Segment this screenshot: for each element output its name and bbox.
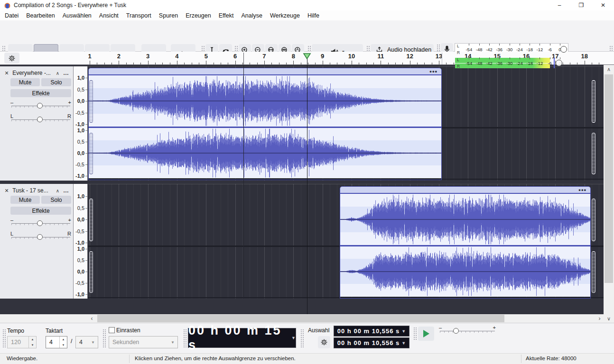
channel-scale-handle[interactable] bbox=[89, 133, 93, 174]
scroll-left-arrow[interactable]: ‹ bbox=[88, 314, 96, 323]
clip-header[interactable]: ••• bbox=[340, 187, 590, 194]
track-menu-button[interactable]: … bbox=[63, 70, 69, 76]
gain-slider-thumb[interactable] bbox=[37, 220, 43, 226]
tempo-spinner[interactable]: ▲▼ bbox=[28, 337, 36, 348]
channel-scale-handle[interactable] bbox=[89, 80, 93, 123]
timesig-spinner[interactable]: ▲▼ bbox=[59, 337, 67, 348]
solo-button[interactable]: Solo bbox=[41, 196, 71, 204]
clip-tusk[interactable]: ••• bbox=[340, 186, 591, 299]
effects-button[interactable]: Effekte bbox=[10, 89, 71, 97]
track-title[interactable]: Tusk - 17 se... bbox=[12, 187, 48, 194]
clip-everywhere[interactable]: ••• bbox=[88, 68, 442, 180]
time-display-caret-icon[interactable]: ▼ bbox=[401, 341, 406, 346]
effects-button[interactable]: Effekte bbox=[10, 207, 71, 215]
waveform-canvas[interactable] bbox=[89, 128, 441, 178]
snap-mode-select[interactable]: Sekunden ▼ bbox=[109, 336, 178, 348]
minimize-button[interactable]: – bbox=[549, 0, 570, 10]
selection-options-button[interactable] bbox=[318, 336, 330, 348]
mute-button[interactable]: Mute bbox=[10, 196, 40, 204]
menu-analyse[interactable]: Analyse bbox=[237, 11, 266, 20]
selection-end-display[interactable]: 00 h 00 m 10,556 s ▼ bbox=[334, 337, 409, 348]
gain-slider-thumb[interactable] bbox=[37, 103, 43, 109]
track-menu-button[interactable]: … bbox=[63, 187, 69, 194]
playback-speed-slider[interactable]: – + bbox=[439, 325, 496, 335]
pan-slider[interactable]: L R bbox=[10, 231, 71, 241]
scroll-right-arrow[interactable]: › bbox=[595, 314, 604, 323]
channel-scale-handle[interactable] bbox=[89, 199, 93, 241]
clip-menu-icon[interactable]: ••• bbox=[578, 187, 586, 193]
clip-menu-icon[interactable]: ••• bbox=[429, 68, 437, 75]
track-tusk-panel[interactable]: × Tusk - 17 se... ∧ … Mute Solo Effekte … bbox=[0, 184, 74, 299]
speed-slider-thumb[interactable] bbox=[453, 328, 459, 334]
timeline-options-button[interactable] bbox=[4, 53, 19, 64]
playhead-triangle-icon[interactable] bbox=[303, 53, 311, 60]
track-tusk-vertical-ruler[interactable]: 1,00,50,0-0,5-1,01,00,50,0-0,5-1,0 bbox=[74, 184, 88, 299]
time-toolbar-grip[interactable] bbox=[2, 329, 6, 348]
track-everywhere-panel[interactable]: × Everywhere -... ∧ … Mute Solo Effekte … bbox=[0, 66, 74, 181]
audio-position-display[interactable]: 00 h 00 m 15 s ▼ bbox=[188, 328, 296, 348]
channel-scale-handle[interactable] bbox=[592, 80, 595, 123]
snap-checkbox[interactable] bbox=[109, 327, 115, 333]
waveform-canvas[interactable] bbox=[340, 246, 590, 297]
time-display-grip[interactable] bbox=[183, 329, 186, 348]
menu-transport[interactable]: Transport bbox=[122, 11, 155, 20]
timesig-upper-spinbox[interactable]: 4 ▲▼ bbox=[46, 336, 67, 348]
channel-scale-handle[interactable] bbox=[592, 251, 595, 293]
menu-hilfe[interactable]: Hilfe bbox=[304, 11, 323, 20]
vertical-scrollbar[interactable]: ∧ ∨ bbox=[604, 65, 614, 323]
timesig-lower-select[interactable]: 4 ▼ bbox=[75, 336, 98, 348]
menu-effekt[interactable]: Effekt bbox=[215, 11, 238, 20]
mute-button[interactable]: Mute bbox=[10, 78, 40, 86]
track-title[interactable]: Everywhere -... bbox=[12, 70, 51, 76]
horizontal-scrollbar-thumb[interactable] bbox=[97, 315, 504, 322]
snap-toolbar-grip[interactable] bbox=[102, 329, 106, 348]
close-button[interactable]: ✕ bbox=[592, 0, 614, 10]
time-display-caret-icon[interactable]: ▼ bbox=[401, 329, 406, 334]
track-everywhere-vertical-ruler[interactable]: 1,00,50,0-0,5-1,01,00,50,0-0,5-1,0 bbox=[74, 66, 88, 181]
record-meter[interactable]: LR -54-48-42-36-30-24-18-12-60 bbox=[455, 43, 568, 55]
tempo-spinbox[interactable]: 120 ▲▼ bbox=[7, 336, 37, 348]
menu-bearbeiten[interactable]: Bearbeiten bbox=[22, 11, 58, 20]
track-collapse-button[interactable]: ∧ bbox=[56, 188, 59, 193]
scroll-up-arrow[interactable]: ∧ bbox=[604, 65, 614, 73]
gain-slider[interactable]: – + bbox=[10, 100, 71, 110]
gain-slider[interactable]: – + bbox=[10, 217, 71, 228]
track-close-button[interactable]: × bbox=[5, 70, 9, 76]
menu-ansicht[interactable]: Ansicht bbox=[95, 11, 122, 20]
solo-button[interactable]: Solo bbox=[41, 78, 71, 86]
track-tusk-content[interactable]: ••• bbox=[88, 184, 604, 299]
menu-spuren[interactable]: Spuren bbox=[155, 11, 182, 20]
speed-max-label: + bbox=[493, 325, 496, 330]
track-everywhere-content[interactable]: ••• bbox=[88, 66, 604, 181]
track-close-button[interactable]: × bbox=[5, 188, 9, 193]
ruler-bar-number: 4 bbox=[175, 53, 178, 60]
selection-toolbar-grip[interactable] bbox=[300, 329, 304, 348]
selection-start-display[interactable]: 00 h 00 m 10,556 s ▼ bbox=[334, 326, 409, 337]
pan-slider-thumb[interactable] bbox=[37, 117, 43, 122]
channel-scale-handle[interactable] bbox=[592, 199, 595, 241]
menu-auswählen[interactable]: Auswählen bbox=[59, 11, 95, 20]
maximize-button[interactable]: ❐ bbox=[570, 0, 592, 10]
amplitude-scale-tick bbox=[85, 176, 87, 176]
horizontal-scrollbar[interactable]: ‹ › bbox=[88, 314, 604, 323]
menu-bar: DateiBearbeitenAuswählenAnsichtTransport… bbox=[0, 10, 614, 20]
menu-datei[interactable]: Datei bbox=[1, 11, 22, 20]
vertical-scrollbar-thumb[interactable] bbox=[605, 74, 613, 283]
menu-erzeugen[interactable]: Erzeugen bbox=[182, 11, 215, 20]
time-display-caret-icon[interactable]: ▼ bbox=[291, 336, 296, 340]
scroll-down-arrow[interactable]: ∨ bbox=[604, 314, 614, 323]
waveform-canvas[interactable] bbox=[340, 194, 590, 245]
meter-scale-label: -54 bbox=[465, 61, 472, 66]
channel-scale-handle[interactable] bbox=[89, 251, 93, 293]
track-collapse-button[interactable]: ∧ bbox=[56, 71, 59, 76]
play-at-speed-grip[interactable] bbox=[413, 327, 417, 340]
play-at-speed-button[interactable] bbox=[418, 327, 434, 341]
clip-header[interactable]: ••• bbox=[89, 68, 441, 75]
menu-werkzeuge[interactable]: Werkzeuge bbox=[266, 11, 304, 20]
ruler-tick bbox=[301, 63, 301, 64]
pan-slider[interactable]: L R bbox=[10, 113, 71, 124]
waveform-canvas[interactable] bbox=[89, 75, 441, 127]
playback-meter[interactable]: LR -54-48-42-36-30-24-18-12-60 bbox=[455, 57, 568, 69]
channel-scale-handle[interactable] bbox=[592, 133, 595, 174]
pan-slider-thumb[interactable] bbox=[37, 234, 43, 240]
